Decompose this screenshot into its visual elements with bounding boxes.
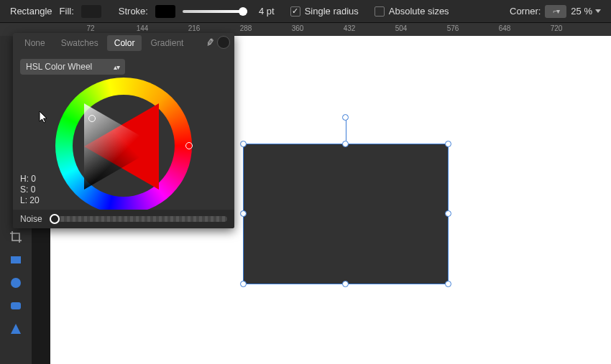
hsl-color-wheel[interactable]	[55, 78, 192, 214]
selected-rectangle[interactable]	[243, 144, 449, 284]
tab-gradient[interactable]: Gradient	[143, 35, 190, 51]
ruler-tick: 576	[447, 24, 459, 32]
resize-handle-br[interactable]	[445, 281, 451, 287]
triangle-tool-icon[interactable]	[9, 322, 23, 336]
color-popover: None Swatches Color Gradient ✎ HSL Color…	[13, 33, 234, 228]
corner-percent-input[interactable]: 25 %	[571, 6, 601, 17]
svg-rect-2	[11, 302, 21, 309]
resize-handle-tl[interactable]	[240, 141, 247, 147]
sl-marker[interactable]	[88, 115, 96, 122]
rounded-rect-tool-icon[interactable]	[9, 299, 23, 313]
hsl-readout: H: 0 S: 0 L: 20	[20, 174, 40, 206]
eyedropper-icon[interactable]: ✎	[205, 36, 216, 49]
s-value: S: 0	[20, 185, 40, 195]
single-radius-checkbox[interactable]: Single radius	[290, 6, 359, 17]
noise-slider-thumb[interactable]	[50, 214, 60, 224]
eyedropper-row: ✎	[206, 36, 230, 49]
corner-percent-value: 25 %	[571, 6, 592, 17]
absolute-sizes-label: Absolute sizes	[389, 6, 449, 17]
stroke-width-value[interactable]: 4 pt	[259, 6, 275, 17]
corner-group: Corner: ⌐ ▾ 25 %	[510, 5, 601, 18]
stepper-icon: ▴▾	[114, 63, 119, 71]
resize-handle-r[interactable]	[445, 210, 451, 217]
svg-point-1	[11, 278, 21, 288]
ruler-tick: 72	[86, 24, 94, 32]
rectangle-tool-icon[interactable]	[9, 253, 23, 267]
ellipse-tool-icon[interactable]	[9, 276, 23, 290]
noise-row: Noise	[13, 210, 234, 228]
noise-label: Noise	[20, 214, 42, 224]
stroke-width-slider[interactable]	[183, 10, 247, 13]
ruler-tick: 504	[395, 24, 408, 32]
tab-none[interactable]: None	[17, 35, 52, 51]
l-value: L: 20	[20, 195, 40, 206]
svg-marker-3	[11, 324, 21, 334]
svg-rect-0	[11, 256, 21, 263]
resize-handle-t[interactable]	[342, 141, 349, 147]
ruler-tick: 360	[292, 24, 304, 32]
popover-tabs: None Swatches Color Gradient	[13, 33, 234, 53]
ruler-tick: 288	[240, 24, 252, 32]
noise-slider[interactable]	[50, 216, 227, 222]
checkbox-icon	[375, 6, 385, 17]
current-color-swatch[interactable]	[217, 36, 230, 49]
shape-type-label: Rectangle	[10, 6, 52, 17]
fill-swatch[interactable]	[81, 5, 101, 18]
absolute-sizes-checkbox[interactable]: Absolute sizes	[375, 6, 449, 17]
ruler-tick: 720	[551, 24, 563, 32]
corner-label: Corner:	[510, 6, 541, 17]
ruler-tick: 432	[344, 24, 356, 32]
resize-handle-tr[interactable]	[445, 141, 451, 147]
crop-tool-icon[interactable]	[9, 230, 23, 244]
rotation-handle[interactable]	[342, 114, 349, 121]
rotation-stem	[346, 118, 346, 141]
ruler-tick: 144	[137, 24, 149, 32]
stroke-label: Stroke:	[119, 6, 148, 17]
ruler-tick: 216	[188, 24, 201, 32]
stroke-slider-thumb[interactable]	[239, 7, 247, 16]
hue-marker[interactable]	[185, 142, 193, 149]
corner-style-dropdown[interactable]: ⌐ ▾	[545, 5, 566, 18]
checkbox-icon	[290, 6, 300, 17]
resize-handle-bl[interactable]	[240, 281, 247, 287]
tab-color[interactable]: Color	[107, 35, 142, 51]
ruler-tick: 648	[499, 24, 511, 32]
tab-swatches[interactable]: Swatches	[54, 35, 106, 51]
color-model-value: HSL Color Wheel	[26, 62, 92, 72]
color-model-dropdown[interactable]: HSL Color Wheel ▴▾	[20, 59, 125, 75]
h-value: H: 0	[20, 174, 40, 185]
context-toolbar: Rectangle Fill: Stroke: 4 pt Single radi…	[0, 0, 611, 23]
stroke-swatch[interactable]	[155, 5, 175, 18]
fill-label: Fill:	[60, 6, 74, 17]
chevron-down-icon	[595, 9, 601, 13]
design-app: Rectangle Fill: Stroke: 4 pt Single radi…	[0, 0, 611, 364]
resize-handle-l[interactable]	[240, 210, 247, 217]
single-radius-label: Single radius	[305, 6, 359, 17]
resize-handle-b[interactable]	[342, 281, 349, 287]
